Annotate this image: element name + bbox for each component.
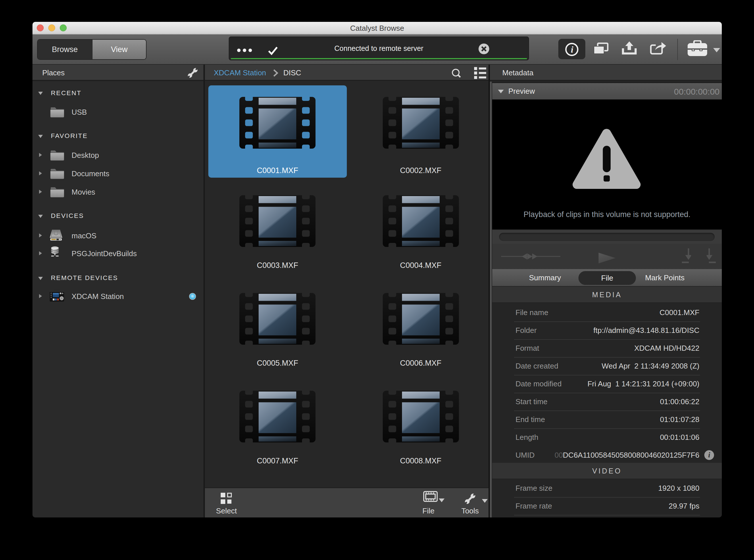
svg-text:i: i xyxy=(571,44,573,55)
